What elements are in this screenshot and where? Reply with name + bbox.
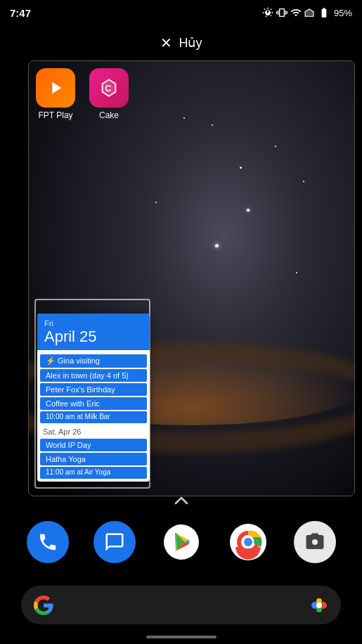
cal-event-yoga-detail: 11:00 am at Air Yoga [40, 467, 147, 479]
svg-text:C: C [105, 83, 111, 94]
nav-chrome-button[interactable] [227, 521, 269, 563]
cal-header: Fri April 25 [37, 314, 150, 350]
cal-event-gina: ⚡ Gina visiting [40, 354, 147, 368]
cal-day: Fri [44, 319, 143, 328]
cal-event-yoga: Hatha Yoga [40, 453, 147, 465]
cal-date: April 25 [44, 328, 143, 346]
nav-messages-button[interactable] [93, 521, 136, 563]
wifi-icon [290, 7, 302, 18]
nav-bar [0, 510, 362, 574]
cake-icon-item[interactable]: C Cake [89, 68, 129, 120]
calendar-widget[interactable]: Fri April 25 ⚡ Gina visiting Alex in tow… [37, 314, 150, 482]
cake-icon[interactable]: C [89, 68, 129, 108]
svg-point-8 [244, 538, 252, 546]
nav-camera-button[interactable] [294, 521, 336, 563]
cal-event-coffee-detail: 10:00 am at Milk Bar [40, 411, 147, 423]
nav-play-store-button[interactable] [160, 521, 202, 563]
alarm-icon [262, 7, 273, 18]
vibrate-icon [276, 7, 287, 18]
nav-phone-button[interactable] [27, 521, 69, 563]
close-icon[interactable]: ✕ [160, 34, 172, 51]
battery-percent: 95% [334, 8, 352, 18]
home-indicator[interactable] [146, 636, 216, 638]
cake-label: Cake [99, 110, 119, 120]
cal-event-alex: Alex in town (day 4 of 5) [40, 369, 147, 382]
cancel-label: Hủy [179, 35, 202, 51]
app-icons-row: FPT Play C Cake [36, 68, 129, 120]
swipe-handle[interactable] [174, 496, 188, 505]
cal-date-divider: Sat, Apr 26 [37, 425, 150, 437]
status-icons: 95% [262, 7, 352, 18]
fpt-play-label: FPT Play [38, 110, 72, 120]
top-bar[interactable]: ✕ Hủy [0, 25, 362, 60]
signal-icon [304, 7, 314, 18]
svg-point-13 [316, 603, 322, 608]
status-bar: 7:47 95% [0, 0, 362, 25]
google-mic-icon[interactable] [310, 596, 328, 614]
main-card[interactable]: FPT Play C Cake Fri April 25 ⚡ Gina visi… [28, 60, 355, 496]
search-bar[interactable] [21, 586, 341, 624]
cal-event-birthday: Peter Fox's Birthday [40, 383, 147, 396]
fpt-play-icon[interactable] [36, 68, 75, 108]
battery-icon [317, 7, 331, 18]
google-logo [34, 595, 53, 615]
status-time: 7:47 [10, 7, 31, 19]
cal-event-coffee: Coffee with Eric [40, 397, 147, 410]
cal-event-world-ip: World IP Day [40, 439, 147, 451]
fpt-play-icon-item[interactable]: FPT Play [36, 68, 75, 120]
